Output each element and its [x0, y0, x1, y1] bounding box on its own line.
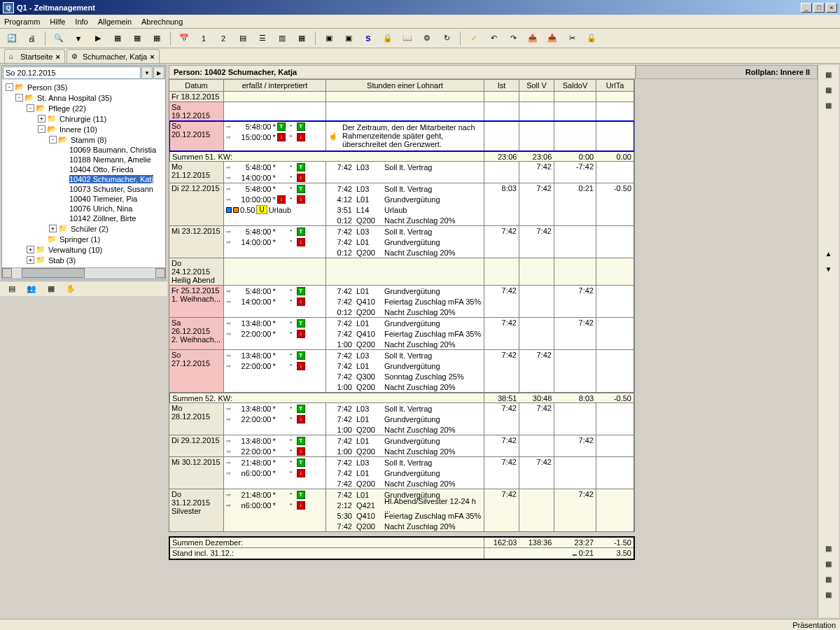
tree-folder-item[interactable]: -Stamm (8): [4, 134, 163, 145]
tree-folder-item[interactable]: +Verwaltung (10): [4, 244, 163, 255]
toolbar-lock-icon[interactable]: 🔒: [380, 31, 396, 46]
time-entry[interactable]: ◦▫5:48:00**T: [224, 183, 326, 194]
time-entry[interactable]: ◦▫22:00:00**↓: [224, 328, 326, 339]
grid-row[interactable]: Mo 28.12.2015◦▫13:48:00**T◦▫22:00:00**↓7…: [169, 403, 634, 435]
sidebar-btn5-icon[interactable]: ▦: [821, 557, 836, 570]
tree-folder-item[interactable]: +Stab (3): [4, 255, 163, 265]
scroll-thumb[interactable]: [22, 268, 85, 278]
scroll-right-button[interactable]: [155, 268, 165, 278]
time-entry[interactable]: ◦▫5:48:00*T*T: [224, 121, 326, 132]
menu-hilfe[interactable]: Hilfe: [50, 18, 65, 26]
toolbar-print-icon[interactable]: 🖨: [24, 31, 39, 46]
toolbar-find-icon[interactable]: 🔍: [51, 31, 66, 46]
toolbar-gear-icon[interactable]: ⚙: [419, 31, 435, 46]
time-entry[interactable]: ◦▫21:48:00**T: [224, 457, 326, 468]
col-header-erfasst[interactable]: erfaßt / interpretiert: [224, 80, 326, 91]
tree-folder-item[interactable]: -St. Anna Hospital (35): [4, 92, 163, 103]
toolbar-redo-icon[interactable]: ↷: [505, 31, 521, 46]
time-entry[interactable]: ◦▫10:00:00*↓*↓: [224, 194, 326, 204]
toolbar-list-icon[interactable]: ☰: [255, 31, 270, 46]
col-header-saldov[interactable]: SaldoV: [554, 80, 596, 91]
date-dropdown-button[interactable]: ▼: [141, 66, 153, 79]
tree-person-item[interactable]: 10142 Zöllner, Birte: [4, 214, 163, 223]
toolbar-grid4-icon[interactable]: ▦: [294, 31, 309, 46]
col-header-date[interactable]: Datum: [169, 80, 224, 91]
tree-person-item[interactable]: 10040 Tiemeier, Pia: [4, 194, 163, 204]
tree-folder-item[interactable]: +Chirurgie (11): [4, 113, 163, 124]
toolbar-grid1-icon[interactable]: ▦: [110, 31, 125, 46]
tree-view2-icon[interactable]: 👥: [24, 283, 39, 295]
menu-allgemein[interactable]: Allgemein: [98, 18, 132, 26]
expand-icon[interactable]: +: [38, 115, 46, 122]
tree-hand-icon[interactable]: ✋: [63, 283, 78, 295]
tree-person-item[interactable]: 10402 Schumacher, Katj: [4, 174, 163, 184]
toolbar-nav-icon[interactable]: ▶: [90, 31, 106, 46]
toolbar-filter-icon[interactable]: ▼: [71, 31, 86, 46]
time-entry[interactable]: ◦▫15:00:00*↓*↓: [224, 132, 326, 142]
date-go-button[interactable]: ▶: [153, 66, 164, 79]
tree-folder-item[interactable]: -Innere (10): [4, 124, 163, 134]
expand-icon[interactable]: -: [38, 125, 46, 133]
person-tree[interactable]: -Person (35)-St. Anna Hospital (35)-Pfle…: [2, 80, 165, 267]
grid-row[interactable]: Do 24.12.2015Heilig Abend: [169, 258, 634, 286]
time-entry[interactable]: ◦▫13:48:00**T: [224, 403, 326, 414]
toolbar-refresh-icon[interactable]: 🔄: [4, 31, 20, 46]
sidebar-down-icon[interactable]: ▼: [821, 262, 836, 275]
toolbar-cal2-icon[interactable]: 2: [216, 31, 231, 46]
tree-folder-item[interactable]: -Pflege (22): [4, 103, 163, 113]
tab-person[interactable]: ⚙ Schumacher, Katja ×: [66, 49, 160, 63]
minimize-button[interactable]: _: [801, 3, 812, 13]
time-entry[interactable]: ◦▫5:48:00**T: [224, 162, 326, 172]
time-entry[interactable]: ◦▫n6:00:00**↓: [224, 468, 326, 478]
grid-row[interactable]: Sa 26.12.20152. Weihnach...◦▫13:48:00**T…: [169, 318, 634, 350]
sidebar-btn7-icon[interactable]: ▦: [821, 588, 836, 601]
time-entry[interactable]: ◦▫13:48:00**T: [224, 318, 326, 328]
time-entry[interactable]: ◦▫22:00:00**↓: [224, 414, 326, 424]
sidebar-up-icon[interactable]: ▲: [821, 247, 836, 260]
grid-row[interactable]: So 27.12.2015◦▫13:48:00**T◦▫22:00:00**↓7…: [169, 350, 634, 393]
close-button[interactable]: ×: [826, 3, 837, 13]
toolbar-import-icon[interactable]: 📥: [545, 31, 560, 46]
tree-person-item[interactable]: 10404 Otto, Frieda: [4, 164, 163, 174]
grid-row[interactable]: Mi 30.12.2015◦▫21:48:00**T◦▫n6:00:00**↓7…: [169, 457, 634, 489]
time-entry[interactable]: ◦▫5:48:00**T: [224, 226, 326, 237]
tab-startseite[interactable]: ⌂ Startseite ×: [4, 49, 65, 63]
col-header-ist[interactable]: Ist: [484, 80, 519, 91]
expand-icon[interactable]: +: [49, 225, 57, 232]
time-entry[interactable]: ◦▫n6:00:00**↓: [224, 500, 326, 510]
toolbar-plan2-icon[interactable]: ▣: [341, 31, 356, 46]
expand-icon[interactable]: -: [27, 104, 34, 112]
expand-icon[interactable]: -: [49, 136, 57, 144]
tree-view3-icon[interactable]: ▦: [43, 283, 59, 295]
toolbar-grid3-icon[interactable]: ▦: [149, 31, 164, 46]
toolbar-export-icon[interactable]: 📤: [525, 31, 540, 46]
menu-programm[interactable]: Programm: [4, 18, 40, 26]
sidebar-btn2-icon[interactable]: ▦: [821, 83, 836, 96]
time-entry[interactable]: ◦▫13:48:00**T: [224, 350, 326, 360]
grid-row[interactable]: Mo 21.12.2015◦▫5:48:00**T◦▫14:00:00**↓7:…: [169, 162, 634, 183]
tree-folder-item[interactable]: Springer (1): [4, 234, 163, 244]
grid-row[interactable]: Di 22.12.2015◦▫5:48:00**T◦▫10:00:00*↓*↓ …: [169, 183, 634, 226]
horizontal-scrollbar[interactable]: [2, 267, 165, 279]
toolbar-delete-icon[interactable]: ✂: [564, 31, 580, 46]
time-entry[interactable]: ◦▫22:00:00**↓: [224, 446, 326, 456]
time-entry[interactable]: ◦▫14:00:00**↓: [224, 296, 326, 307]
time-entry[interactable]: ◦▫13:48:00**T: [224, 435, 326, 446]
toolbar-cal1-icon[interactable]: 1: [196, 31, 211, 46]
time-entry[interactable]: ◦▫14:00:00**↓: [224, 172, 326, 183]
tree-view1-icon[interactable]: ▤: [4, 283, 20, 295]
menu-abrechnung[interactable]: Abrechnung: [141, 18, 183, 26]
col-header-sollv[interactable]: Soll V: [519, 80, 554, 91]
grid-row[interactable]: Di 29.12.2015◦▫13:48:00**T◦▫22:00:00**↓7…: [169, 435, 634, 457]
tree-person-item[interactable]: 10069 Baumann, Christia: [4, 145, 163, 155]
expand-icon[interactable]: +: [27, 256, 34, 264]
expand-icon[interactable]: -: [6, 83, 13, 91]
expand-icon[interactable]: -: [15, 94, 23, 102]
toolbar-refresh2-icon[interactable]: ↻: [439, 31, 454, 46]
grid-row[interactable]: Mi 23.12.2015◦▫5:48:00**T◦▫14:00:00**↓7:…: [169, 226, 634, 258]
sidebar-btn1-icon[interactable]: ▦: [821, 68, 836, 80]
grid-row[interactable]: So 20.12.2015◦▫5:48:00*T*T◦▫15:00:00*↓*↓…: [169, 121, 634, 151]
grid-row[interactable]: Sa 19.12.2015: [169, 102, 634, 121]
time-entry[interactable]: ◦▫21:48:00**T: [224, 489, 326, 500]
menu-info[interactable]: Info: [75, 18, 88, 26]
